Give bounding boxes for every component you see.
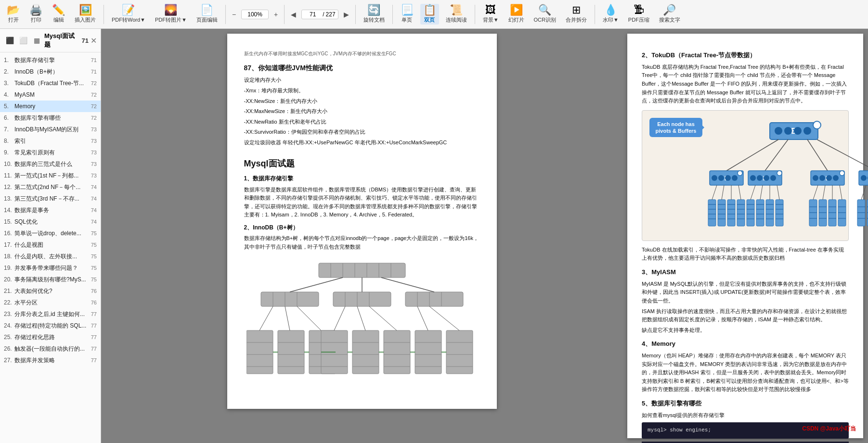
continuous-button[interactable]: 📜 连续阅读 — [443, 4, 470, 25]
sidebar-item[interactable]: 1. 数据库存储引擎 71 — [0, 54, 101, 66]
sidebar-item-num: 4. — [4, 90, 13, 99]
sidebar-item[interactable]: 18. 什么是内联、左外联接... 75 — [0, 251, 101, 262]
ocr-button[interactable]: 🔍 OCR识别 — [531, 4, 559, 25]
svg-point-71 — [775, 127, 782, 135]
sidebar-item[interactable]: 2. InnoDB（B+树） 71 — [0, 66, 101, 77]
sidebar-item-page: 72 — [91, 91, 97, 99]
sidebar-item[interactable]: 8. 索引 73 — [0, 135, 101, 147]
current-page-input[interactable] — [304, 11, 321, 18]
sidebar-layout-btn-1[interactable]: ⬛ — [4, 35, 15, 46]
sidebar-item[interactable]: 6. 数据库引擎有哪些 72 — [0, 112, 101, 124]
sidebar-item-num: 22. — [4, 298, 13, 307]
pdf-page-left: 新生代内存不够用时接发MGC也叫YGC，JVM内存不够的时候发生FGC 87、你… — [227, 34, 497, 409]
background-icon: 🖼 — [485, 5, 496, 15]
sidebar-item-text: 存储过程化思路 — [14, 333, 89, 342]
sidebar-item-page: 75 — [91, 229, 97, 238]
s4-content: Memory（也叫 HEAP）堆储存：使用存在内存中的内容来创建表，每个 MEM… — [642, 352, 849, 394]
sidebar-title: Mysql面试题 — [44, 32, 80, 49]
sidebar-item-text: 第三范式(3rd NF－不存... — [14, 194, 89, 203]
sidebar-item-num: 1. — [4, 56, 13, 64]
sidebar-item[interactable]: 16. 简单说一说drop、delete... 75 — [0, 228, 101, 239]
sidebar-item[interactable]: 12. 第二范式(2nd NF－每个... 74 — [0, 181, 101, 193]
q87-line5: -XX:NewRatio 新生代和老年代占比 — [244, 118, 480, 127]
sidebar-item[interactable]: 11. 第一范式(1st NF－列都... 73 — [0, 170, 101, 181]
zoom-in-button[interactable]: + — [272, 10, 279, 19]
sidebar-item[interactable]: 26. 触发器(一段能自动执行的... 77 — [0, 343, 101, 354]
sidebar-item-num: 8. — [4, 137, 13, 145]
prev-page-button[interactable]: ◀ — [289, 10, 298, 19]
sidebar-item-page: 73 — [91, 126, 97, 134]
rotate-button[interactable]: 🔄 旋转文档 — [361, 4, 388, 25]
background-button[interactable]: 🖼 背景▼ — [480, 4, 502, 25]
sidebar-item-num: 23. — [4, 310, 13, 318]
sidebar-item[interactable]: 14. 数据库是事务 74 — [0, 204, 101, 216]
pdf-to-word-icon: 📝 — [122, 5, 135, 15]
sidebar-item[interactable]: 27. 数据库并发策略 77 — [0, 354, 101, 366]
sidebar-item-text: InnoDB（B+树） — [14, 67, 89, 76]
sidebar-layout-btn-3[interactable]: ▦ — [31, 35, 42, 46]
sidebar-item-page: 74 — [91, 195, 97, 203]
sidebar-item-text: 数据库并发策略 — [14, 356, 89, 365]
sidebar-item[interactable]: 24. 存储过程(特定功能的 SQL... 77 — [0, 320, 101, 331]
sidebar-item[interactable]: 7. InnoDB与MyISAM的区别 73 — [0, 124, 101, 135]
s5-title: 5、数据库引擎有哪些 — [642, 399, 849, 409]
sidebar-item[interactable]: 21. 大表如何优化? 76 — [0, 285, 101, 297]
slideshow-button[interactable]: ▶️ 幻灯片 — [505, 4, 527, 25]
sidebar-layout-btn-2[interactable]: ⬜ — [17, 35, 29, 46]
sidebar-item[interactable]: 9. 常见索引原则有 73 — [0, 147, 101, 158]
merge-split-button[interactable]: ⊞ 合并拆分 — [563, 4, 590, 25]
sidebar-item[interactable]: 10. 数据库的三范式是什么 73 — [0, 158, 101, 170]
sidebar-item[interactable]: 19. 并发事务带来哪些问题？ 75 — [0, 262, 101, 274]
sidebar-item[interactable]: 13. 第三范式(3rd NF－不存... 74 — [0, 193, 101, 204]
open-button[interactable]: 📂 打开 — [4, 4, 23, 25]
single-page-button[interactable]: 📃 单页 — [398, 4, 416, 25]
search-button[interactable]: 🔎 搜索文字 — [656, 4, 683, 25]
sidebar-close-button[interactable]: ✕ — [91, 36, 97, 45]
sidebar-item[interactable]: 3. TokuDB（Fractal Tree-节... 72 — [0, 77, 101, 89]
pdf-to-word-button[interactable]: 📝 PDF转Word▼ — [109, 4, 148, 25]
print-button[interactable]: 🖨️ 打印 — [26, 4, 45, 25]
pdf-to-image-button[interactable]: 🌄 PDF转图片▼ — [152, 4, 190, 25]
svg-rect-15 — [405, 292, 463, 306]
svg-line-173 — [823, 185, 825, 200]
sidebar-item-num: 3. — [4, 79, 13, 88]
pdf-to-word-label: PDF转Word▼ — [112, 16, 145, 24]
q87-title: 87、你知道哪些JVM性能调优 — [244, 63, 480, 73]
svg-rect-0 — [319, 263, 405, 278]
svg-point-84 — [725, 175, 731, 181]
page-edit-button[interactable]: 📄 页面编辑 — [194, 4, 220, 25]
sidebar-item-text: 存储过程(特定功能的 SQL... — [14, 321, 89, 330]
s3-content-3: 缺点是它不支持事务处理。 — [642, 326, 849, 335]
edit-button[interactable]: ✏️ 编辑 — [49, 4, 68, 25]
sidebar-item[interactable]: 20. 事务隔离级别有哪些?MyS... 75 — [0, 274, 101, 285]
sidebar-item[interactable]: 23. 分库分表之后,id 主键如何... 77 — [0, 308, 101, 320]
total-pages: 227 — [326, 11, 336, 18]
separator-4 — [355, 5, 356, 24]
insert-image-button[interactable]: 🖼️ 插入图片 — [72, 4, 99, 25]
sidebar-item[interactable]: 15. SQL优化 74 — [0, 216, 101, 228]
svg-line-129 — [722, 185, 724, 200]
sidebar-item-page: 74 — [91, 206, 97, 215]
svg-line-21 — [381, 278, 434, 292]
zoom-input[interactable] — [244, 11, 266, 18]
compress-button[interactable]: 🗜 PDF压缩 — [625, 4, 652, 25]
insert-image-label: 插入图片 — [75, 16, 96, 24]
double-page-button[interactable]: 📋 双页 — [420, 4, 439, 25]
watermark-button[interactable]: 💧 水印▼ — [600, 4, 622, 25]
sidebar-item-text: 事务隔离级别有哪些?MyS... — [14, 275, 89, 284]
zoom-out-button[interactable]: − — [231, 10, 237, 19]
right-pdf-panel[interactable]: 2、TokuDB（Fractal Tree-节点带数据） TokuDB 底层存储… — [622, 29, 868, 443]
sidebar-item[interactable]: 5. Memory 72 — [0, 101, 101, 112]
watermark-icon: 💧 — [604, 5, 617, 15]
sidebar-item[interactable]: 4. MyASM 72 — [0, 89, 101, 101]
next-page-button[interactable]: ▶ — [342, 10, 350, 19]
sidebar-item-text: InnoDB与MyISAM的区别 — [14, 125, 89, 134]
svg-line-128 — [712, 185, 717, 200]
sidebar-item-num: 7. — [4, 125, 13, 134]
pdf-viewer[interactable]: 新生代内存不够用时接发MGC也叫YGC，JVM内存不够的时候发生FGC 87、你… — [101, 29, 622, 443]
sidebar-item[interactable]: 25. 存储过程化思路 77 — [0, 331, 101, 343]
sidebar-item[interactable]: 22. 水平分区 76 — [0, 297, 101, 308]
sidebar-item[interactable]: 17. 什么是视图 75 — [0, 239, 101, 251]
separator-3 — [284, 5, 285, 24]
sidebar-item-num: 27. — [4, 356, 13, 365]
